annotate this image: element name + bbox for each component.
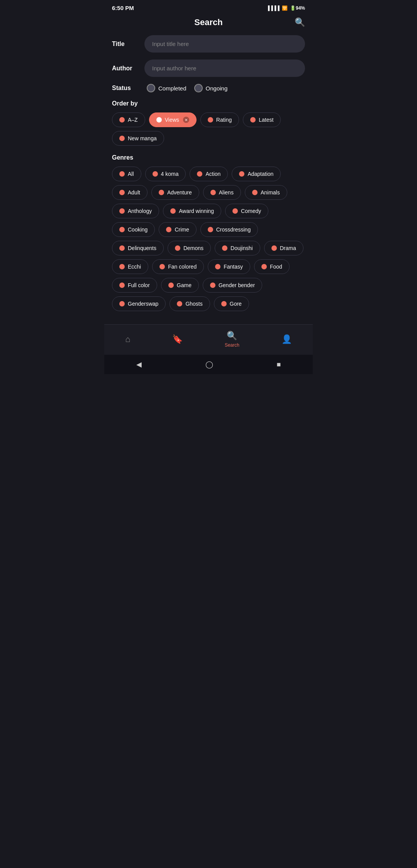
chip-new-manga-dot — [119, 136, 125, 141]
nav-profile[interactable]: 👤 — [274, 333, 300, 346]
status-ongoing-label: Ongoing — [206, 85, 228, 92]
nav-bookmarks[interactable]: 🔖 — [164, 333, 190, 346]
genre-dot — [153, 171, 158, 177]
genre-chip-crime[interactable]: Crime — [159, 222, 196, 237]
genre-dot — [159, 264, 165, 269]
genre-dot — [166, 227, 171, 232]
genre-dot — [261, 264, 267, 269]
genre-chip-cooking[interactable]: Cooking — [112, 222, 155, 237]
genre-dot — [252, 190, 258, 195]
genre-chip-crossdressing[interactable]: Crossdressing — [200, 222, 258, 237]
genre-dot — [170, 208, 176, 214]
genres-chips: All 4 koma Action Adaptation Adult Adven… — [112, 167, 305, 311]
chip-latest-label: Latest — [259, 117, 273, 123]
genre-dot — [215, 264, 220, 269]
status-completed[interactable]: Completed — [147, 84, 186, 92]
genre-label: Genderswap — [128, 301, 158, 307]
genre-chip-full-color[interactable]: Full color — [112, 278, 157, 293]
genre-dot — [119, 190, 125, 195]
genre-dot — [119, 227, 125, 232]
back-button[interactable]: ◀ — [136, 360, 142, 369]
search-form: Title Author — [104, 35, 313, 77]
nav-search[interactable]: 🔍 Search — [217, 329, 247, 349]
genre-chip-all[interactable]: All — [112, 167, 141, 181]
genre-dot — [222, 245, 227, 251]
chip-az-dot — [119, 117, 125, 123]
status-options: Completed Ongoing — [147, 84, 227, 92]
chip-views-dot — [156, 117, 162, 123]
genre-label: Animals — [261, 189, 280, 196]
genre-chip-comedy[interactable]: Comedy — [225, 204, 268, 218]
genre-label: Fan colored — [168, 264, 197, 270]
order-by-section: Order by A–Z Views ✕ Rating Latest New m… — [104, 100, 313, 146]
status-ongoing[interactable]: Ongoing — [194, 84, 228, 92]
genre-chip-gore[interactable]: Gore — [214, 296, 249, 311]
genre-chip-food[interactable]: Food — [254, 259, 290, 274]
genre-chip-demons[interactable]: Demons — [168, 241, 211, 255]
author-input[interactable] — [144, 60, 305, 77]
header-search-icon[interactable]: 🔍 — [295, 17, 305, 27]
genre-chip-anthology[interactable]: Anthology — [112, 204, 159, 218]
chip-new-manga[interactable]: New manga — [112, 131, 164, 146]
wifi-icon: 🛜 — [282, 5, 288, 11]
genre-chip-drama[interactable]: Drama — [264, 241, 303, 255]
home-button[interactable]: ◯ — [205, 360, 213, 369]
genre-dot — [119, 245, 125, 251]
chip-latest[interactable]: Latest — [243, 112, 281, 127]
genre-label: Crossdressing — [216, 226, 251, 233]
genre-chip-adventure[interactable]: Adventure — [151, 185, 199, 200]
genre-chip-genderswap[interactable]: Genderswap — [112, 296, 166, 311]
title-input[interactable] — [144, 35, 305, 53]
genre-dot — [119, 283, 125, 288]
genre-label: 4 koma — [161, 171, 179, 177]
genre-dot — [119, 171, 125, 177]
genre-label: Doujinshi — [231, 245, 253, 251]
genre-dot — [239, 171, 244, 177]
chip-views-close[interactable]: ✕ — [183, 117, 189, 123]
genre-chip-aliens[interactable]: Aliens — [203, 185, 241, 200]
genre-chip-delinquents[interactable]: Delinquents — [112, 241, 164, 255]
search-nav-label: Search — [225, 342, 239, 348]
genre-label: Ghosts — [185, 301, 202, 307]
genre-chip-4-koma[interactable]: 4 koma — [145, 167, 186, 181]
genre-label: Anthology — [128, 208, 152, 214]
genre-label: Adaptation — [247, 171, 273, 177]
page-header: Search 🔍 — [104, 14, 313, 35]
chip-views[interactable]: Views ✕ — [149, 112, 197, 127]
author-label: Author — [112, 65, 139, 72]
bottom-nav: ⌂ 🔖 🔍 Search 👤 — [104, 324, 313, 355]
genre-label: Game — [177, 282, 192, 288]
genre-chip-fan-colored[interactable]: Fan colored — [152, 259, 204, 274]
genre-chip-ecchi[interactable]: Ecchi — [112, 259, 148, 274]
genre-label: Gore — [230, 301, 242, 307]
genre-chip-gender-bender[interactable]: Gender bender — [203, 278, 262, 293]
genre-label: Gender bender — [219, 282, 255, 288]
chip-az[interactable]: A–Z — [112, 112, 145, 127]
recent-button[interactable]: ■ — [277, 361, 281, 369]
page-title: Search — [194, 17, 222, 27]
genre-chip-fantasy[interactable]: Fantasy — [208, 259, 250, 274]
genre-label: Delinquents — [128, 245, 156, 251]
genre-chip-ghosts[interactable]: Ghosts — [170, 296, 210, 311]
genre-chip-adult[interactable]: Adult — [112, 185, 147, 200]
genre-dot — [271, 245, 277, 251]
genre-chip-action[interactable]: Action — [190, 167, 228, 181]
nav-home[interactable]: ⌂ — [117, 333, 138, 346]
genre-dot — [177, 301, 182, 306]
genre-label: Fantasy — [224, 264, 243, 270]
genre-chip-game[interactable]: Game — [161, 278, 199, 293]
battery-icon: 🔋94% — [290, 5, 305, 11]
genre-chip-adaptation[interactable]: Adaptation — [232, 167, 281, 181]
genre-chip-award-winning[interactable]: Award winning — [163, 204, 221, 218]
author-row: Author — [112, 60, 305, 77]
profile-icon: 👤 — [281, 334, 292, 344]
title-row: Title — [112, 35, 305, 53]
genre-label: Action — [205, 171, 220, 177]
chip-new-manga-label: New manga — [128, 135, 157, 141]
status-bar: 6:50 PM ▐▐▐▐ 🛜 🔋94% — [104, 0, 313, 14]
genre-chip-animals[interactable]: Animals — [245, 185, 287, 200]
genre-chip-doujinshi[interactable]: Doujinshi — [215, 241, 260, 255]
genre-dot — [119, 301, 125, 306]
genre-dot — [119, 208, 125, 214]
chip-rating[interactable]: Rating — [200, 112, 239, 127]
